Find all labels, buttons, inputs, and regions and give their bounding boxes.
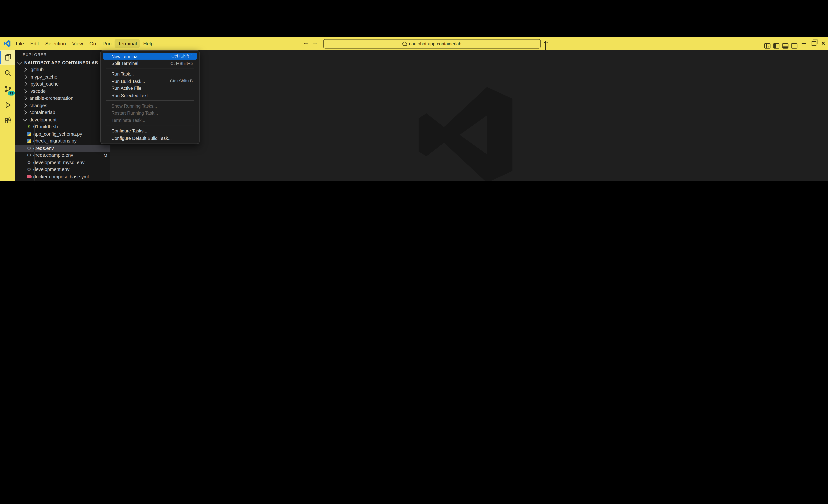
indent-guide: [34, 152, 35, 159]
tree-item-label: development.env: [33, 167, 70, 172]
gear-file-icon: ⚙: [27, 160, 32, 165]
tree-item-label: app_config_schema.py: [33, 131, 82, 137]
tree-item-development-mysql-env[interactable]: ⚙development_mysql.env: [15, 159, 111, 166]
tree-item-creds-example-env[interactable]: ⚙creds.example.envM: [15, 152, 111, 159]
menu-item-label: Terminate Task...: [107, 118, 146, 123]
search-icon: [403, 42, 407, 46]
chevron-right-icon: [23, 89, 27, 93]
tree-item-mypy-cache[interactable]: .mypy_cache: [15, 74, 111, 81]
indent-guide: [34, 159, 35, 166]
source-control-activity-icon[interactable]: 73: [0, 82, 15, 96]
vscode-logo-icon: [4, 40, 10, 47]
tree-item-check-migrations-py[interactable]: check_migrations.py: [15, 137, 111, 145]
menu-run[interactable]: Run: [99, 39, 115, 48]
menu-selection[interactable]: Selection: [42, 39, 69, 48]
menu-item-configure-default-build-task[interactable]: Configure Default Build Task...: [103, 134, 197, 141]
tree-item-label: NAUTOBOT-APP-CONTAINERLAB: [24, 60, 98, 65]
toggle-panel-icon[interactable]: [782, 41, 788, 51]
menu-item-new-terminal[interactable]: New TerminalCtrl+Shift+`: [103, 53, 197, 60]
tree-item-app-config-schema-py[interactable]: app_config_schema.py: [15, 130, 111, 137]
extensions-activity-icon[interactable]: [0, 114, 15, 128]
menu-go[interactable]: Go: [86, 39, 99, 48]
menu-view[interactable]: View: [69, 39, 86, 48]
tree-item-01-initdb-sh[interactable]: $01-initdb.sh: [15, 123, 111, 130]
menu-item-restart-running-task[interactable]: Restart Running Task...: [103, 110, 197, 117]
tree-item-pytest-cache[interactable]: .pytest_cache: [15, 80, 111, 88]
tree-item-development[interactable]: development: [15, 116, 111, 123]
chevron-right-icon: [23, 110, 27, 115]
tree-item-containerlab[interactable]: containerlab: [15, 109, 111, 116]
tree-item-docker-compose-dev-yml[interactable]: docker-compose.dev.ymlM: [15, 180, 111, 181]
command-center-search[interactable]: nautobot-app-containerlab: [323, 39, 541, 49]
git-status-badge: M: [104, 153, 107, 158]
chevron-right-icon: [23, 103, 27, 108]
tree-item-label: .pytest_cache: [29, 81, 59, 87]
tree-item-github[interactable]: .github: [15, 66, 111, 74]
nav-forward-icon[interactable]: →: [312, 39, 318, 45]
indent-guide: [34, 123, 35, 130]
menu-item-terminate-task[interactable]: Terminate Task...: [103, 117, 197, 124]
toggle-sidebar-icon[interactable]: [773, 41, 779, 51]
chevron-right-icon: [23, 96, 27, 100]
tree-item-ansible-orchestration[interactable]: ansible-orchestration: [15, 95, 111, 102]
tree-item-label: docker-compose.base.yml: [33, 174, 89, 179]
menu-file[interactable]: File: [13, 39, 27, 48]
screen: FileEditSelectionViewGoRunTerminalHelp ←…: [0, 0, 828, 181]
menu-item-show-running-tasks[interactable]: Show Running Tasks...: [103, 103, 197, 110]
explorer-header: EXPLORER: [23, 52, 47, 57]
menu-item-run-selected-text[interactable]: Run Selected Text: [103, 92, 197, 99]
nav-back-icon[interactable]: ←: [303, 39, 309, 45]
chevron-down-icon: [23, 117, 27, 121]
menu-separator: [106, 100, 194, 101]
toggle-secondary-sidebar-icon[interactable]: [791, 41, 797, 51]
menu-item-run-task[interactable]: Run Task...: [103, 71, 197, 78]
search-activity-icon[interactable]: [0, 66, 15, 81]
indent-guide: [34, 180, 35, 181]
tree-item-label: .mypy_cache: [29, 74, 57, 80]
tree-item-vscode[interactable]: .vscode: [15, 88, 111, 95]
tree-item-docker-compose-base-yml[interactable]: docker-compose.base.yml: [15, 173, 111, 180]
tree-item-label: ansible-orchestration: [29, 96, 73, 101]
copilot-titlebar-icon[interactable]: [545, 41, 546, 50]
chevron-down-icon: [17, 60, 22, 65]
tree-item-label: .vscode: [29, 89, 46, 94]
menu-edit[interactable]: Edit: [27, 39, 42, 48]
menu-item-label: Configure Default Build Task...: [107, 135, 172, 141]
menu-separator: [106, 69, 194, 69]
menu-item-run-active-file[interactable]: Run Active File: [103, 85, 197, 92]
tree-item-label: creds.example.env: [33, 153, 73, 158]
terminal-menu-dropdown: New TerminalCtrl+Shift+`Split TerminalCt…: [100, 50, 200, 144]
close-button[interactable]: ×: [819, 39, 828, 47]
python-file-icon: [27, 139, 32, 143]
tree-item-label: changes: [29, 103, 47, 108]
indent-guide: [34, 137, 35, 145]
search-value: nautobot-app-containerlab: [409, 41, 461, 46]
indent-guide: [34, 166, 35, 173]
tree-item-label: development: [29, 117, 56, 122]
menu-help[interactable]: Help: [140, 39, 157, 48]
menu-item-label: Show Running Tasks...: [107, 103, 157, 109]
tree-item-label: 01-initdb.sh: [33, 124, 58, 129]
tree-item-creds-env[interactable]: ⚙creds.env: [15, 144, 111, 152]
menu-terminal[interactable]: Terminal: [115, 39, 140, 48]
editor-area: Show All CommandsCtrl+Shift+PGo to FileC…: [110, 50, 828, 181]
customize-layout-icon[interactable]: [764, 41, 770, 51]
restore-button[interactable]: [810, 39, 818, 47]
tree-item-nautobot-app-containerlab[interactable]: NAUTOBOT-APP-CONTAINERLAB: [15, 59, 111, 66]
gear-file-icon: ⚙: [27, 145, 32, 151]
activity-bar: 73 ⚙: [0, 50, 15, 181]
menu-item-configure-tasks[interactable]: Configure Tasks...: [103, 128, 197, 134]
menu-item-label: Run Active File: [107, 86, 141, 91]
menu-item-run-build-task[interactable]: Run Build Task...Ctrl+Shift+B: [103, 78, 197, 85]
menu-bar: FileEditSelectionViewGoRunTerminalHelp: [13, 37, 157, 50]
menu-item-label: Run Build Task...: [107, 79, 145, 84]
tree-item-development-env[interactable]: ⚙development.env: [15, 166, 111, 173]
menu-item-shortcut: Ctrl+Shift+B: [170, 79, 193, 83]
run-debug-activity-icon[interactable]: [0, 98, 15, 113]
tree-item-label: containerlab: [29, 110, 55, 115]
minimize-button[interactable]: [799, 39, 808, 47]
menu-item-split-terminal[interactable]: Split TerminalCtrl+Shift+5: [103, 60, 197, 67]
tree-item-changes[interactable]: changes: [15, 102, 111, 109]
explorer-activity-icon[interactable]: [0, 50, 15, 65]
gear-file-icon: ⚙: [27, 153, 32, 158]
